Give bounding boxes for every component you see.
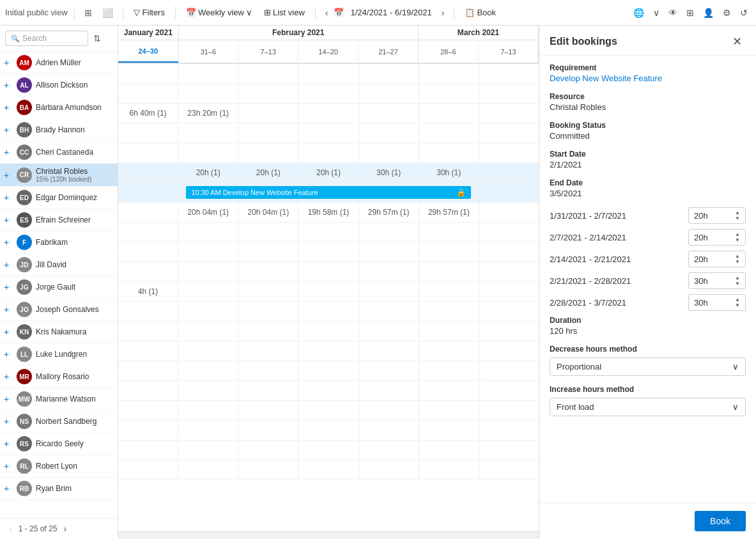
chevron-down-icon-decrease: ∨ [732,362,739,371]
settings-icon-btn[interactable]: ⚙ [720,6,734,20]
chevron-btn[interactable]: ∨ [650,6,663,20]
resource-item-christal[interactable]: +CRChristal Robles15% (120h booked) [0,164,118,187]
resource-item-brady[interactable]: +BHBrady Hannon [0,119,118,141]
cal-cell-3: 19h 58m (1) [298,203,359,222]
resource-name-wrap: Kris Nakamura [36,327,86,336]
week-range-input-2[interactable]: 20h▲▼ [688,251,746,267]
booking-status-label: Booking Status [550,121,746,130]
resource-name: Joseph Gonsalves [36,305,99,314]
week-range-input-1[interactable]: 20h▲▼ [688,229,746,246]
cal-cell-3 [298,242,359,262]
cal-cell-1 [178,341,238,361]
resource-item-fabrikam[interactable]: +FFabrikam [0,231,118,254]
cal-cell-3 [298,123,359,143]
resource-item-barbara[interactable]: +BABárbara Amundson [0,97,118,119]
cal-cell-2 [238,302,298,321]
cal-cell-6 [479,64,539,83]
cal-cell-5 [419,421,479,440]
cal-cell-booking[interactable]: 10:30 AM Develop New Website Feature🔒 [183,183,474,202]
spinner-arrows[interactable]: ▲▼ [735,253,740,265]
refresh-icon-btn[interactable]: ↺ [737,6,751,20]
week-range-input-4[interactable]: 30h▲▼ [688,294,746,311]
cal-cell-4 [359,143,419,162]
spinner-arrows[interactable]: ▲▼ [735,275,740,286]
cal-cell-0: 6h 40m (1) [118,104,178,123]
calendar-row [118,381,539,401]
booking-bar[interactable]: 10:30 AM Develop New Website Feature🔒 [186,186,471,199]
resource-item-mallory[interactable]: +MRMallory Rosario [0,366,118,388]
cal-cell-1 [178,223,238,242]
week-range-input-0[interactable]: 20h▲▼ [688,207,746,224]
cal-cell-3 [298,460,359,480]
resource-item-marianne[interactable]: +MWMarianne Watson [0,388,118,410]
week-ranges: 1/31/2021 - 2/7/202120h▲▼2/7/2021 - 2/14… [550,207,746,311]
expand-icon: + [4,327,13,337]
prev-page-btn[interactable]: ‹ [6,522,15,535]
horizontal-scrollbar[interactable] [118,531,539,539]
book-button-top[interactable]: 📋 Book [461,6,500,19]
resource-item-adrien[interactable]: +AMAdrien Müller [0,52,118,74]
cal-cell-6 [479,460,539,480]
cal-cell-3 [298,223,359,242]
collapse-btn[interactable]: ⬜ [99,6,116,20]
resource-item-efrain[interactable]: +ESEfrain Schreiner [0,209,118,231]
cal-cell-0 [118,242,178,262]
duration-value: 120 hrs [550,326,746,336]
cal-cell-2 [238,441,298,460]
cal-cell-5 [419,282,479,301]
search-input[interactable]: 🔍 Search [5,31,88,46]
week-range-label-3: 2/21/2021 - 2/28/2021 [550,276,631,286]
close-button[interactable]: ✕ [729,33,746,50]
cal-cell-5 [419,381,479,400]
resource-item-ricardo[interactable]: +RSRicardo Seely [0,433,118,455]
toggle-panel-btn[interactable]: ⊞ [81,6,95,20]
calendar-row [118,421,539,441]
increase-hours-dropdown[interactable]: Front load ∨ [550,398,746,416]
resource-item-kris[interactable]: +KNKris Nakamura [0,321,118,343]
globe-icon-btn[interactable]: 🌐 [630,6,647,20]
resource-item-joseph[interactable]: +JOJoseph Gonsalves [0,299,118,321]
list-view-button[interactable]: ⊞ List view [260,6,309,19]
expand-icon: + [4,416,13,426]
resource-item-cheri[interactable]: +CCCheri Castaneda [0,141,118,164]
week-range-input-3[interactable]: 30h▲▼ [688,272,746,289]
columns-icon-btn[interactable]: ⊞ [683,6,697,20]
cal-cell-3 [298,441,359,460]
decrease-hours-dropdown[interactable]: Proportional ∨ [550,357,746,376]
filters-button[interactable]: ▽ Filters [130,6,169,19]
cal-cell-3 [298,302,359,321]
eye-icon-btn[interactable]: 👁 [665,6,681,20]
resource-item-jill[interactable]: +JDJill David [0,254,118,276]
next-page-btn[interactable]: › [61,522,69,535]
resource-name: Luke Lundgren [36,350,87,359]
resource-item-jorge[interactable]: +JGJorge Gault [0,276,118,299]
spinner-arrows[interactable]: ▲▼ [735,297,740,308]
avatar: F [17,235,32,250]
decrease-hours-label: Decrease hours method [550,345,746,354]
book-button[interactable]: Book [695,511,746,531]
spinner-arrows[interactable]: ▲▼ [735,231,740,243]
resource-item-edgar[interactable]: +EDEdgar Dominquez [0,187,118,209]
sort-button[interactable]: ⇅ [91,32,104,45]
resource-item-norbert[interactable]: +NSNorbert Sandberg [0,410,118,433]
resource-item-robert[interactable]: +RLRobert Lyon [0,455,118,478]
resource-item-allison[interactable]: +ALAllison Dickson [0,74,118,97]
next-date-btn[interactable]: › [438,6,448,20]
cal-cell-0 [118,421,178,440]
resource-item-luke[interactable]: +LLLuke Lundgren [0,343,118,366]
person-icon-btn[interactable]: 👤 [700,6,717,20]
expand-icon: + [4,170,13,180]
avatar: JG [17,279,32,295]
chevron-down-icon: ∨ [246,8,252,17]
resource-item-ryan[interactable]: +RBRyan Brim [0,478,118,500]
increase-hours-label: Increase hours method [550,385,746,394]
cal-cell-3 [298,361,359,380]
cal-cell-1 [178,282,238,301]
prev-date-btn[interactable]: ‹ [322,6,332,20]
cal-cell-3 [298,401,359,420]
separator-3 [175,6,176,19]
avatar: MR [17,369,32,384]
spinner-arrows[interactable]: ▲▼ [735,210,740,221]
cal-cell-2 [238,361,298,380]
weekly-view-button[interactable]: 📅 Weekly view ∨ [182,6,256,19]
